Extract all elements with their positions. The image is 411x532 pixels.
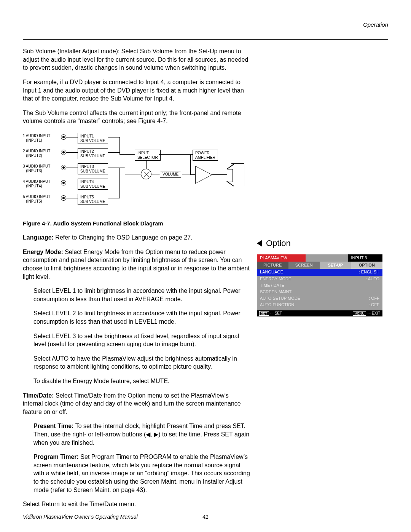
para-auto: Select AUTO to have the PlasmaView adjus… bbox=[23, 355, 250, 371]
jack-icon bbox=[61, 180, 66, 185]
osd-tab-option[interactable]: OPTION bbox=[351, 262, 383, 269]
section-header: Operation bbox=[23, 21, 388, 29]
figure-caption: Figure 4-7. Audio System Functional Bloc… bbox=[23, 220, 250, 227]
jack-icon bbox=[61, 165, 66, 170]
osd-item-timedate[interactable]: TIME / DATE bbox=[257, 282, 382, 289]
diagram-volume: VOLUME bbox=[160, 171, 181, 178]
diagram-input-1-label: 1 AUDIO INPUT (INPUT1) bbox=[23, 134, 50, 142]
diagram-subvol-5: INPUT5 SUB VOLUME bbox=[78, 194, 108, 205]
footer-page-number: 41 bbox=[196, 513, 215, 521]
osd-item-energy[interactable]: ENERGY MODE: AUTO bbox=[257, 276, 382, 282]
para-level3: Select LEVEL 3 to set the brightness at … bbox=[23, 332, 250, 348]
para-energy: Energy Mode: Select Energy Mode from the… bbox=[23, 248, 250, 281]
para-language: Language: Refer to Changing the OSD Lang… bbox=[23, 233, 250, 242]
jack-icon bbox=[61, 195, 66, 201]
osd-tab-screen[interactable]: SCREEN bbox=[288, 262, 320, 269]
amplifier-icon bbox=[195, 166, 212, 184]
speaker-icon bbox=[231, 163, 244, 186]
osd-item-language[interactable]: LANGUAGE: ENGLISH bbox=[257, 269, 382, 275]
osd-footer: SET··· SET MENU··· EXIT bbox=[257, 310, 382, 316]
osd-tab-picture[interactable]: PICTURE bbox=[257, 262, 288, 269]
osd-panel: PLASMAVIEW INPUT 3 PICTURE SCREEN SET-UP… bbox=[257, 254, 382, 317]
jack-icon bbox=[61, 150, 66, 155]
osd-item-screenmaint[interactable]: SCREEN MAINT. bbox=[257, 289, 382, 295]
diagram-input-4-label: 4 AUDIO INPUT (INPUT4) bbox=[23, 179, 50, 188]
osd-input-indicator: INPUT 3 bbox=[348, 254, 383, 262]
osd-tabs: PICTURE SCREEN SET-UP OPTION bbox=[257, 262, 382, 269]
main-text-column: Sub Volume (Installer Adjust mode): Sele… bbox=[23, 47, 250, 514]
para-level1: Select LEVEL 1 to limit brightness in ac… bbox=[23, 287, 250, 303]
diagram-subvol-1: INPUT1 SUB VOLUME bbox=[78, 133, 108, 144]
para-example: For example, if a DVD player is connecte… bbox=[23, 78, 250, 103]
para-program-timer: Program Timer: Set Program Timer to PROG… bbox=[23, 453, 250, 494]
footer-title: Vidikron PlasmaView Owner’s Operating Ma… bbox=[23, 513, 196, 521]
audio-block-diagram: 1 AUDIO INPUT (INPUT1) INPUT1 SUB VOLUME… bbox=[23, 131, 250, 215]
diagram-amplifier-label: POWER AMPLIFIER bbox=[193, 150, 218, 161]
para-master: The Sub Volume control affects the curre… bbox=[23, 109, 250, 125]
osd-brand: PLASMAVIEW bbox=[257, 254, 306, 262]
page-footer: Vidikron PlasmaView Owner’s Operating Ma… bbox=[23, 513, 388, 521]
diagram-subvol-4: INPUT4 SUB VOLUME bbox=[78, 179, 108, 190]
side-column: Option PLASMAVIEW INPUT 3 PICTURE SCREEN… bbox=[257, 47, 388, 316]
para-present-time: Present Time: To set the internal clock,… bbox=[23, 422, 250, 447]
diagram-subvol-2: INPUT2 SUB VOLUME bbox=[78, 148, 108, 159]
diagram-input-selector: INPUT SELECTOR bbox=[135, 150, 161, 161]
diagram-input-3-label: 3 AUDIO INPUT (INPUT3) bbox=[23, 164, 50, 173]
para-level2: Select LEVEL 2 to limit brightness in ac… bbox=[23, 309, 250, 326]
triangle-left-icon bbox=[257, 240, 262, 247]
horizontal-rule bbox=[23, 39, 388, 40]
osd-body: LANGUAGE: ENGLISH ENERGY MODE: AUTO TIME… bbox=[257, 269, 382, 308]
diagram-input-5-label: 5 AUDIO INPUT (INPUT5) bbox=[23, 195, 50, 203]
para-timedate: Time/Date: Select Time/Date from the Opt… bbox=[23, 391, 250, 416]
osd-item-autosetup[interactable]: AUTO SETUP MODE: OFF bbox=[257, 295, 382, 302]
osd-item-autofunction[interactable]: AUTO FUNCTION: OFF bbox=[257, 302, 382, 308]
jack-icon bbox=[61, 134, 66, 140]
para-mute: To disable the Energy Mode feature, sele… bbox=[23, 377, 250, 385]
diagram-subvol-3: INPUT3 SUB VOLUME bbox=[78, 163, 108, 174]
para-subvolume: Sub Volume (Installer Adjust mode): Sele… bbox=[23, 47, 250, 72]
mixer-icon bbox=[141, 169, 151, 179]
option-heading: Option bbox=[257, 238, 388, 249]
diagram-input-2-label: 2 AUDIO INPUT (INPUT2) bbox=[23, 149, 50, 158]
para-return: Select Return to exit the Time/Date menu… bbox=[23, 500, 250, 508]
osd-tab-setup[interactable]: SET-UP bbox=[320, 262, 351, 269]
